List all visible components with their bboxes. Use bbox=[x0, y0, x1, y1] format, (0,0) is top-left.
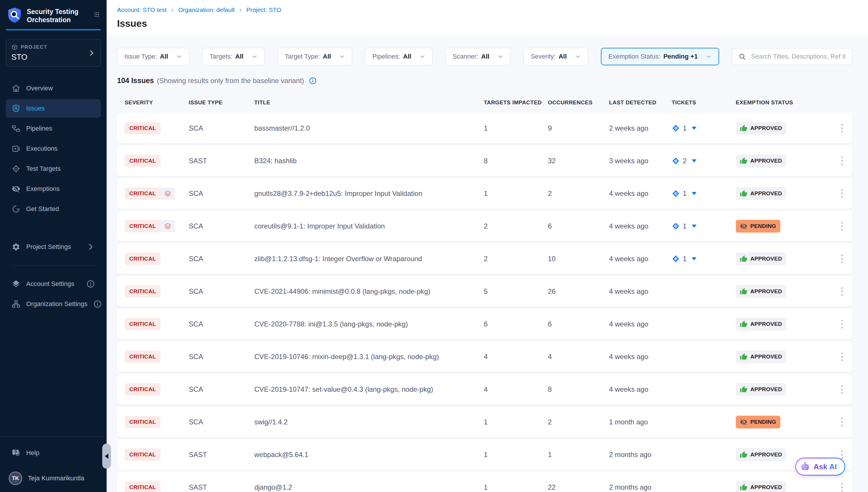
last-detected-cell: 3 weeks ago bbox=[609, 157, 672, 165]
issue-row[interactable]: CRITICAL SCA coreutils@9.1-1: Improper I… bbox=[117, 211, 852, 241]
issue-title[interactable]: bassmaster//1.2.0 bbox=[254, 124, 484, 132]
sidebar-item-label: Issues bbox=[26, 105, 45, 112]
ticket-link[interactable]: 1 bbox=[672, 255, 696, 263]
issue-row[interactable]: CRITICAL SCA CVE-2019-10746: mixin-deep@… bbox=[117, 341, 852, 372]
severity-cell: CRITICAL bbox=[125, 383, 189, 395]
issue-row[interactable]: CRITICAL SAST webpack@5.64.1 1 1 2 month… bbox=[117, 439, 852, 470]
issue-title[interactable]: CVE-2019-10747: set-value@0.4.3 (lang-pk… bbox=[254, 385, 484, 393]
sidebar-item-label: Help bbox=[26, 449, 39, 457]
breadcrumb-separator: › bbox=[239, 7, 242, 13]
sidebar-item-exemptions[interactable]: Exemptions bbox=[6, 179, 101, 198]
row-menu-kebab[interactable] bbox=[838, 415, 846, 429]
sidebar-item-label: Account Settings bbox=[26, 280, 74, 288]
user-menu[interactable]: TK Teja Kummarikuntla bbox=[6, 472, 101, 485]
info-icon[interactable] bbox=[93, 300, 102, 309]
gear-icon bbox=[12, 243, 20, 251]
filter-target-type[interactable]: Target Type: All bbox=[278, 48, 352, 65]
issue-type-cell: SCA bbox=[189, 255, 254, 263]
issue-row[interactable]: CRITICAL SCA CVE-2021-44906: minimist@0.… bbox=[117, 276, 852, 306]
issue-title[interactable]: CVE-2019-10746: mixin-deep@1.3.1 (lang-p… bbox=[254, 353, 484, 361]
issue-title[interactable]: swig//1.4.2 bbox=[254, 418, 484, 426]
issue-title[interactable]: B324: hashlib bbox=[254, 157, 484, 165]
issue-row[interactable]: CRITICAL SAST django@1.2 1 22 2 months a… bbox=[117, 472, 852, 492]
ask-ai-button[interactable]: Ask AI bbox=[795, 458, 845, 476]
exemption-status-label: APPROVED bbox=[750, 125, 782, 131]
sidebar-item-organization-settings[interactable]: Organization Settings bbox=[6, 295, 101, 313]
occurrences-cell: 4 bbox=[548, 353, 609, 361]
filter-pipelines[interactable]: Pipelines: All bbox=[365, 48, 432, 65]
occurrences-cell: 8 bbox=[548, 385, 609, 393]
filter-targets[interactable]: Targets: All bbox=[202, 48, 264, 65]
ticket-link[interactable]: 1 bbox=[672, 190, 696, 198]
column-issue-type: ISSUE TYPE bbox=[189, 99, 254, 106]
filter-severity[interactable]: Severity: All bbox=[523, 48, 588, 65]
exemption-status-label: APPROVED bbox=[750, 386, 782, 393]
row-menu-kebab[interactable] bbox=[838, 121, 846, 136]
issue-row[interactable]: CRITICAL SCA CVE-2020-7788: ini@1.3.5 (l… bbox=[117, 309, 852, 339]
sidebar-divider bbox=[12, 265, 95, 266]
severity-label: CRITICAL bbox=[125, 253, 160, 265]
jira-icon bbox=[672, 124, 680, 132]
info-icon[interactable] bbox=[309, 77, 317, 85]
issue-title[interactable]: webpack@5.64.1 bbox=[254, 451, 484, 459]
severity-cell: CRITICAL bbox=[125, 285, 189, 298]
sidebar-collapse-handle[interactable] bbox=[102, 444, 111, 469]
module-grid-icon[interactable] bbox=[94, 10, 100, 19]
filter-issue-type[interactable]: Issue Type: All bbox=[117, 48, 189, 65]
ticket-link[interactable]: 2 bbox=[672, 157, 696, 165]
severity-badge: CRITICAL bbox=[125, 253, 160, 265]
breadcrumb: Account: STO test › Organization: defaul… bbox=[117, 6, 868, 14]
ticket-link[interactable]: 1 bbox=[672, 222, 696, 230]
row-menu-kebab[interactable] bbox=[838, 186, 846, 201]
occurrences-cell: 6 bbox=[548, 222, 609, 230]
sidebar-item-project-settings[interactable]: Project Settings bbox=[6, 238, 101, 256]
issue-row[interactable]: CRITICAL SCA bassmaster//1.2.0 1 9 2 wee… bbox=[117, 113, 852, 143]
page-header: Account: STO test › Organization: defaul… bbox=[107, 0, 868, 35]
exemption-status-label: APPROVED bbox=[750, 190, 782, 197]
row-menu-kebab[interactable] bbox=[838, 219, 846, 233]
filter-exemption-status[interactable]: Exemption Status: Pending +1 bbox=[601, 48, 719, 65]
occurrences-cell: 22 bbox=[548, 483, 609, 491]
issue-row[interactable]: CRITICAL SAST B324: hashlib 8 32 3 weeks… bbox=[117, 145, 852, 176]
sidebar-item-pipelines[interactable]: Pipelines bbox=[6, 119, 101, 138]
breadcrumb-account[interactable]: Account: STO test bbox=[117, 6, 166, 14]
filter-row: Issue Type: All Targets: All Target Type… bbox=[117, 48, 852, 65]
row-menu-kebab[interactable] bbox=[838, 251, 846, 266]
row-menu-kebab[interactable] bbox=[838, 480, 846, 492]
row-menu-kebab[interactable] bbox=[838, 284, 846, 299]
eye-off-icon bbox=[740, 418, 747, 426]
sidebar-item-account-settings[interactable]: Account Settings bbox=[6, 275, 101, 293]
breadcrumb-project[interactable]: Project: STO bbox=[246, 6, 281, 14]
issue-row[interactable]: CRITICAL SCA swig//1.4.2 1 2 1 month ago… bbox=[117, 407, 852, 437]
search-input[interactable] bbox=[750, 52, 846, 60]
ticket-link[interactable]: 1 bbox=[672, 124, 696, 132]
issue-row[interactable]: CRITICAL SCA gnutls28@3.7.9-2+deb12u5: I… bbox=[117, 178, 852, 209]
sidebar-item-get-started[interactable]: Get Started bbox=[6, 200, 101, 218]
occurrences-cell: 1 bbox=[548, 451, 609, 459]
sidebar-item-overview[interactable]: Overview bbox=[6, 79, 101, 98]
issue-title[interactable]: coreutils@9.1-1: Improper Input Validati… bbox=[254, 222, 484, 230]
issue-title[interactable]: zlib@1:1.2.13.dfsg-1: Integer Overflow o… bbox=[254, 255, 484, 263]
issue-title[interactable]: CVE-2020-7788: ini@1.3.5 (lang-pkgs, nod… bbox=[254, 320, 484, 328]
breadcrumb-organization[interactable]: Organization: default bbox=[178, 6, 235, 14]
sidebar-item-issues[interactable]: Issues bbox=[6, 99, 101, 118]
issue-title[interactable]: CVE-2021-44906: minimist@0.0.8 (lang-pkg… bbox=[254, 287, 484, 296]
row-menu-kebab[interactable] bbox=[838, 382, 846, 397]
issue-row[interactable]: CRITICAL SCA CVE-2019-10747: set-value@0… bbox=[117, 374, 852, 404]
sidebar-item-executions[interactable]: Executions bbox=[6, 139, 101, 158]
project-selector[interactable]: PROJECT STO bbox=[6, 39, 101, 67]
last-detected-cell: 2 months ago bbox=[609, 483, 672, 491]
severity-label: CRITICAL bbox=[125, 448, 160, 461]
row-menu-kebab[interactable] bbox=[838, 349, 846, 364]
row-menu-kebab[interactable] bbox=[838, 154, 846, 168]
tickets-cell: 2 bbox=[672, 157, 736, 165]
sidebar-item-test-targets[interactable]: Test Targets bbox=[6, 159, 101, 178]
last-detected-cell: 4 weeks ago bbox=[609, 385, 672, 393]
row-menu-kebab[interactable] bbox=[838, 317, 846, 331]
issue-title[interactable]: django@1.2 bbox=[254, 483, 484, 491]
issue-row[interactable]: CRITICAL SCA zlib@1:1.2.13.dfsg-1: Integ… bbox=[117, 243, 852, 274]
filter-scanner[interactable]: Scanner: All bbox=[445, 48, 510, 65]
info-icon[interactable] bbox=[86, 279, 95, 288]
issue-title[interactable]: gnutls28@3.7.9-2+deb12u5: Improper Input… bbox=[254, 190, 484, 198]
help-button[interactable]: Help bbox=[6, 445, 101, 461]
